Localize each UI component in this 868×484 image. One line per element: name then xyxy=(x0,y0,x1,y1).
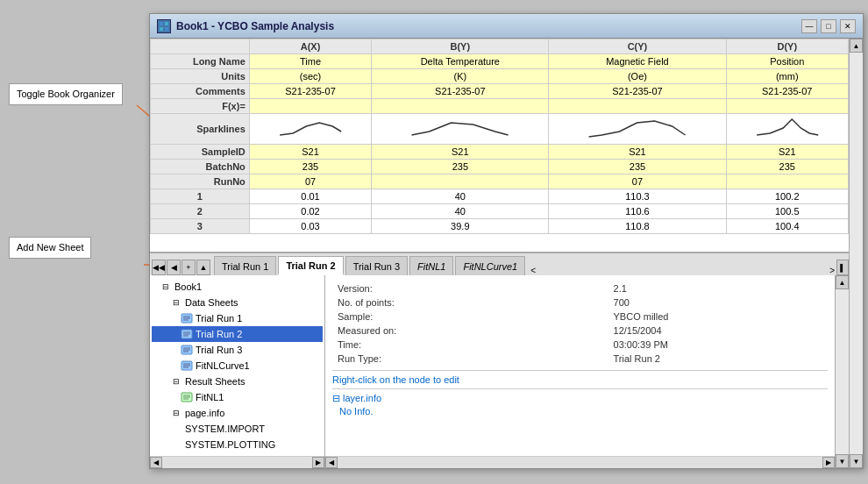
sheet-tabs-row: ◀◀ ◀ + ▲ Trial Run 1 Trial Run 2 Trial R… xyxy=(150,253,849,275)
info-right-scrollbar[interactable]: ▲ ▼ xyxy=(835,275,849,468)
tree-icon-system-import xyxy=(169,423,183,435)
col-header-B[interactable]: B(Y) xyxy=(372,39,549,54)
meta-row-sampleid: SampleID S21 S21 S21 S21 xyxy=(151,145,849,160)
info-row-time: Time: 03:00:39 PM xyxy=(334,338,826,351)
tree-item-data-sheets[interactable]: ⊟ Data Sheets xyxy=(152,295,323,310)
info-divider-2 xyxy=(332,388,828,389)
tree-icon-page-info: ⊟ xyxy=(169,407,183,419)
col-header-A[interactable]: A(X) xyxy=(249,39,371,54)
tree-item-trial-run-3[interactable]: Trial Run 3 xyxy=(152,342,323,358)
meta-row-longname: Long Name Time Delta Temperature Magneti… xyxy=(151,54,849,69)
minimize-button[interactable]: — xyxy=(801,19,817,33)
info-scroll-right[interactable]: ▶ xyxy=(822,457,835,468)
tree-item-system-plotting[interactable]: SYSTEM.PLOTTING xyxy=(152,437,323,452)
scroll-up-btn[interactable]: ▲ xyxy=(836,275,849,289)
sheet-tab-trial-run-3[interactable]: Trial Run 3 xyxy=(345,256,408,275)
data-row-1: 1 0.01 40 110.3 100.2 xyxy=(151,189,849,204)
tree-item-page-info[interactable]: ⊟ page.info xyxy=(152,405,323,421)
sheet-tab-fitnlcurve1[interactable]: FitNLCurve1 xyxy=(455,256,525,275)
svg-rect-7 xyxy=(165,27,168,31)
tab-nav-buttons: ◀◀ ◀ + ▲ xyxy=(152,260,210,275)
tab-scroll-left[interactable]: < xyxy=(530,266,536,275)
tree-item-trial-run-2[interactable]: Trial Run 2 xyxy=(152,326,323,342)
spreadsheet-area: A(X) B(Y) C(Y) D(Y) Long Name Time xyxy=(150,39,849,253)
svg-rect-5 xyxy=(165,22,168,25)
info-table: Version: 2.1 No. of points: 700 Sample: xyxy=(332,281,828,367)
tree-label-system-import: SYSTEM.IMPORT xyxy=(185,424,265,434)
restore-button[interactable]: □ xyxy=(821,19,836,33)
info-right-click-hint: Right-click on the node to edit xyxy=(332,374,828,385)
tree-label-trial-run-2: Trial Run 2 xyxy=(196,329,242,339)
info-row-version: Version: 2.1 xyxy=(334,282,826,295)
info-scrollbar-h[interactable]: ◀ ▶ xyxy=(325,456,835,468)
tree-icon-result-sheets: ⊟ xyxy=(169,375,183,388)
info-panel: Version: 2.1 No. of points: 700 Sample: xyxy=(325,275,835,468)
data-row-2: 2 0.02 40 110.6 100.5 xyxy=(151,204,849,219)
callout-toggle-text: Toggle Book Organizer xyxy=(17,89,115,99)
tab-scroll-right[interactable]: > xyxy=(829,266,835,275)
tree-label-trial-run-3: Trial Run 3 xyxy=(196,345,242,355)
close-button[interactable]: ✕ xyxy=(840,19,856,33)
spread-scroll-up[interactable]: ▲ xyxy=(850,39,863,53)
tree-scroll[interactable]: ⊟ Book1 ⊟ Data Sheets xyxy=(150,275,324,456)
svg-rect-6 xyxy=(160,27,163,31)
meta-row-comments: Comments S21-235-07 S21-235-07 S21-235-0… xyxy=(151,84,849,99)
info-row-measured: Measured on: 12/15/2004 xyxy=(334,324,826,337)
tree-scrollbar-h[interactable]: ◀ ▶ xyxy=(150,456,324,468)
info-content: Version: 2.1 No. of points: 700 Sample: xyxy=(325,275,835,456)
scroll-track xyxy=(836,289,849,454)
tree-icon-trial-run-2 xyxy=(180,328,194,340)
tree-label-fitnlcurve1: FitNLCurve1 xyxy=(196,360,250,371)
tree-icon-fitnl1 xyxy=(180,391,194,403)
sheet-tab-trial-run-1[interactable]: Trial Run 1 xyxy=(214,256,276,275)
tree-item-fitnlcurve1[interactable]: FitNLCurve1 xyxy=(152,358,323,374)
tab-add-sheet[interactable]: + xyxy=(181,260,196,275)
window-title: Book1 - YCBO Sample Analysis xyxy=(176,20,801,32)
sheet-tab-fitnl1[interactable]: FitNL1 xyxy=(409,256,453,275)
tree-label-trial-run-1: Trial Run 1 xyxy=(196,313,242,324)
meta-row-sparklines: Sparklines xyxy=(151,114,849,145)
meta-row-batchno: BatchNo 235 235 235 235 xyxy=(151,160,849,174)
info-row-runtype: Run Type: Trial Run 2 xyxy=(334,352,826,365)
spreadsheet-right-scrollbar[interactable]: ▲ ▼ xyxy=(849,39,863,468)
tree-label-system-plotting: SYSTEM.PLOTTING xyxy=(185,439,275,450)
info-layer-info-title[interactable]: ⊟ layer.info xyxy=(332,393,828,404)
window-icon xyxy=(157,19,171,33)
callout-addsheet-text: Add New Sheet xyxy=(17,242,83,253)
tree-label-data-sheets: Data Sheets xyxy=(185,297,238,308)
svg-rect-4 xyxy=(160,22,163,25)
col-header-row-num xyxy=(151,39,250,54)
tree-panel: ⊟ Book1 ⊟ Data Sheets xyxy=(150,275,325,468)
tree-scroll-track xyxy=(162,457,312,468)
tree-scroll-left[interactable]: ◀ xyxy=(150,457,162,468)
col-header-C[interactable]: C(Y) xyxy=(549,39,726,54)
tree-item-result-sheets[interactable]: ⊟ Result Sheets xyxy=(152,374,323,389)
bottom-area: ⊟ Book1 ⊟ Data Sheets xyxy=(150,275,849,468)
tree-item-book1[interactable]: ⊟ Book1 xyxy=(152,279,323,295)
tree-icon-book1: ⊟ xyxy=(159,281,173,293)
tab-nav-prev[interactable]: ◀ xyxy=(167,260,181,275)
data-row-3: 3 0.03 39.9 110.8 100.4 xyxy=(151,219,849,234)
info-divider-1 xyxy=(332,370,828,371)
tab-scrollbar-thumb[interactable]: ▌ xyxy=(836,260,849,275)
tab-nav-first[interactable]: ◀◀ xyxy=(152,260,166,275)
info-scroll-track xyxy=(338,457,822,468)
scroll-down-btn[interactable]: ▼ xyxy=(836,454,849,468)
tree-scroll-right[interactable]: ▶ xyxy=(312,457,324,468)
col-header-D[interactable]: D(Y) xyxy=(726,39,848,54)
tree-item-trial-run-1[interactable]: Trial Run 1 xyxy=(152,310,323,326)
info-scroll-left[interactable]: ◀ xyxy=(325,457,338,468)
tree-label-fitnl1: FitNL1 xyxy=(196,392,224,402)
tree-label-result-sheets: Result Sheets xyxy=(185,376,245,387)
sheet-tab-trial-run-2[interactable]: Trial Run 2 xyxy=(278,256,343,275)
meta-row-fx: F(x)= xyxy=(151,99,849,114)
tab-nav-next[interactable]: ▲ xyxy=(196,260,210,275)
tree-icon-fitnlcurve1 xyxy=(180,359,194,372)
sheet-table: A(X) B(Y) C(Y) D(Y) Long Name Time xyxy=(150,39,849,234)
meta-row-units: Units (sec) (K) (Oe) (mm) xyxy=(151,69,849,84)
tree-label-book1: Book1 xyxy=(174,281,202,292)
tree-item-system-import[interactable]: SYSTEM.IMPORT xyxy=(152,421,323,437)
info-row-points: No. of points: 700 xyxy=(334,296,826,309)
tree-item-fitnl1[interactable]: FitNL1 xyxy=(152,389,323,405)
spread-scroll-down[interactable]: ▼ xyxy=(850,454,863,468)
